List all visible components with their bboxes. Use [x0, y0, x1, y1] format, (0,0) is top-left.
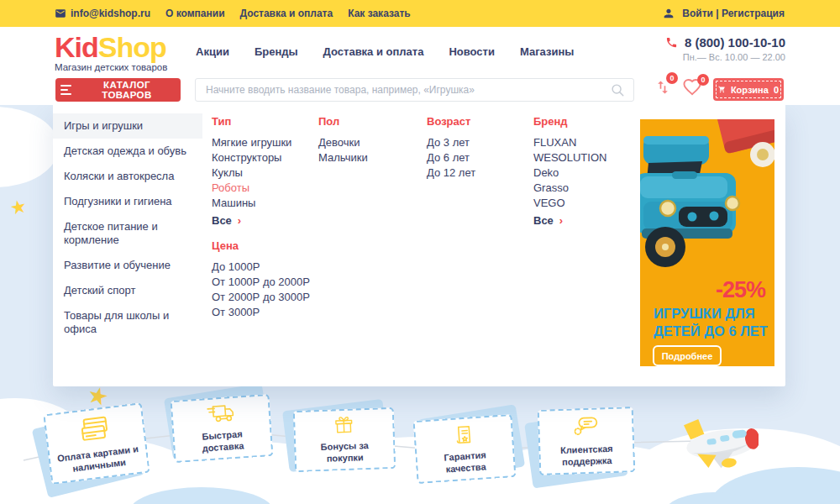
category-item-diapers[interactable]: Подгузники и гигиена: [53, 189, 202, 214]
cart-icon: [718, 83, 726, 96]
filter-show-all-brand[interactable]: Все›: [533, 214, 636, 227]
compare-count-badge: 0: [666, 72, 678, 84]
feature-label: Гарантия качества: [423, 448, 507, 477]
filter-group-title-type: Тип: [212, 115, 314, 128]
promo-banner[interactable]: -25% ИГРУШКИ ДЛЯ ДЕТЕЙ ДО 6 ЛЕТ Подробне…: [640, 119, 774, 366]
wishlist-count-badge: 0: [697, 74, 709, 86]
main-navigation: Акции Бренды Доставка и оплата Новости М…: [196, 45, 574, 58]
search-input[interactable]: [204, 83, 610, 97]
category-item-school[interactable]: Товары для школы и офиса: [53, 303, 202, 342]
phone-block: 8 (800) 100-10-10 Пн.— Вс. 10.00 — 22.00: [665, 35, 785, 62]
filter-item[interactable]: Мальчики: [318, 150, 421, 165]
chevron-right-icon: ›: [238, 214, 241, 227]
filter-item-hovered[interactable]: Роботы: [212, 181, 314, 196]
filter-item[interactable]: До 6 лет: [427, 150, 529, 165]
filter-item[interactable]: Девочки: [318, 135, 421, 150]
logo[interactable]: KidShop Магазин детских товаров: [55, 32, 167, 72]
banner-title: ИГРУШКИ ДЛЯ ДЕТЕЙ ДО 6 ЛЕТ: [654, 305, 768, 340]
category-item-toys[interactable]: Игры и игрушки: [53, 113, 202, 139]
email-text: info@kidshop.ru: [71, 8, 150, 19]
nav-item-stores[interactable]: Магазины: [520, 45, 574, 58]
filter-group-title-price: Цена: [212, 239, 314, 252]
filter-item[interactable]: Grasso: [533, 181, 636, 196]
category-item-education[interactable]: Развитие и обучение: [53, 253, 202, 278]
filter-item[interactable]: VEGO: [533, 196, 636, 211]
feature-card-quality: Гарантия качества: [413, 414, 517, 484]
wishlist-button[interactable]: 0: [682, 79, 702, 100]
topbar-link-delivery[interactable]: Доставка и оплата: [240, 8, 333, 19]
certificate-icon: [450, 423, 477, 446]
banner-truck-illustration: [640, 119, 774, 279]
search-box: [195, 78, 634, 102]
feature-card-support: Клиентская поддержка: [538, 407, 636, 475]
topbar-link-about[interactable]: О компании: [165, 8, 225, 19]
cart-count: 0: [774, 85, 779, 95]
feature-label: Быстрая доставка: [181, 427, 265, 456]
logo-part-kid: Kid: [55, 31, 98, 63]
catalog-dropdown-panel: Игры и игрушки Детская одежда и обувь Ко…: [53, 105, 785, 386]
catalog-button[interactable]: КАТАЛОГ ТОВАРОВ: [55, 78, 181, 102]
filter-item[interactable]: От 3000Р: [212, 305, 314, 320]
filter-item[interactable]: До 1000Р: [212, 260, 314, 275]
auth-text: Войти | Регистрация: [682, 8, 785, 19]
filter-group-title-gender: Пол: [318, 115, 421, 128]
filter-column-gender: Пол Девочки Мальчики: [318, 115, 421, 165]
delivery-truck-icon: [202, 403, 239, 426]
compare-button[interactable]: 0: [654, 77, 671, 101]
header: KidShop Магазин детских товаров Акции Бр…: [0, 27, 840, 105]
filter-item[interactable]: От 2000Р до 3000Р: [212, 290, 314, 305]
feature-card-bonuses: Бонусы за покупки: [293, 407, 396, 472]
filter-column-age: Возраст До 3 лет До 6 лет До 12 лет: [427, 115, 529, 181]
feature-card-delivery: Быстрая доставка: [171, 394, 274, 463]
envelope-icon: [55, 8, 66, 19]
category-list: Игры и игрушки Детская одежда и обувь Ко…: [53, 113, 202, 342]
chevron-right-icon: ›: [559, 214, 563, 227]
working-hours: Пн.— Вс. 10.00 — 22.00: [665, 52, 785, 62]
feature-label: Клиентская поддержка: [547, 442, 627, 468]
nav-item-delivery[interactable]: Доставка и оплата: [323, 45, 424, 58]
star-decoration: ★: [8, 197, 29, 218]
chat-icon: [570, 414, 602, 438]
filter-show-all-type[interactable]: Все›: [212, 214, 314, 227]
category-item-strollers[interactable]: Коляски и автокресла: [53, 164, 202, 189]
filter-item[interactable]: До 3 лет: [427, 135, 529, 150]
filter-item[interactable]: От 1000Р до 2000Р: [212, 275, 314, 290]
search-icon[interactable]: [610, 82, 625, 97]
filter-item[interactable]: Мягкие игрушки: [212, 135, 314, 150]
cart-label: Корзина: [731, 85, 769, 95]
phone-icon: [665, 36, 678, 49]
user-icon: [662, 7, 675, 20]
filter-group-title-age: Возраст: [427, 115, 529, 128]
nav-item-promos[interactable]: Акции: [196, 45, 229, 58]
category-item-clothes[interactable]: Детская одежда и обувь: [53, 139, 202, 164]
phone-number[interactable]: 8 (800) 100-10-10: [685, 35, 785, 50]
nav-item-brands[interactable]: Бренды: [255, 45, 298, 58]
logo-part-shop: Shop: [98, 31, 166, 63]
filter-item[interactable]: Deko: [533, 165, 636, 181]
filter-group-price: Цена До 1000Р От 1000Р до 2000Р От 2000Р…: [212, 239, 314, 320]
filter-column-brand: Бренд FLUXAN WESOLUTION Deko Grasso VEGO…: [533, 115, 636, 227]
topbar-link-howto[interactable]: Как заказать: [348, 8, 411, 19]
filter-item[interactable]: WESOLUTION: [533, 150, 636, 165]
banner-more-button[interactable]: Подробнее: [653, 345, 722, 366]
category-item-sport[interactable]: Детский спорт: [53, 278, 202, 303]
gift-icon: [328, 415, 360, 435]
filter-item[interactable]: FLUXAN: [533, 135, 636, 150]
catalog-button-label: КАТАЛОГ ТОВАРОВ: [78, 80, 176, 100]
logo-tagline: Магазин детских товаров: [55, 62, 167, 72]
topbar: info@kidshop.ru О компании Доставка и оп…: [0, 0, 840, 27]
filter-item[interactable]: До 12 лет: [427, 165, 529, 181]
filter-item[interactable]: Куклы: [212, 165, 314, 181]
auth-link[interactable]: Войти | Регистрация: [662, 7, 785, 20]
feature-label: Оплата картами и наличными: [56, 443, 141, 476]
category-item-food[interactable]: Детское питание и кормление: [53, 214, 202, 253]
filter-item[interactable]: Конструкторы: [212, 150, 314, 165]
feature-label: Бонусы за покупки: [302, 438, 387, 465]
nav-item-news[interactable]: Новости: [449, 45, 495, 58]
airplane-illustration: [683, 416, 759, 471]
cart-button[interactable]: Корзина 0: [713, 78, 784, 101]
email-link[interactable]: info@kidshop.ru: [55, 8, 150, 19]
filter-column-type: Тип Мягкие игрушки Конструкторы Куклы Ро…: [212, 115, 314, 320]
discount-label: -25%: [716, 277, 765, 303]
filter-item[interactable]: Машины: [212, 196, 314, 211]
